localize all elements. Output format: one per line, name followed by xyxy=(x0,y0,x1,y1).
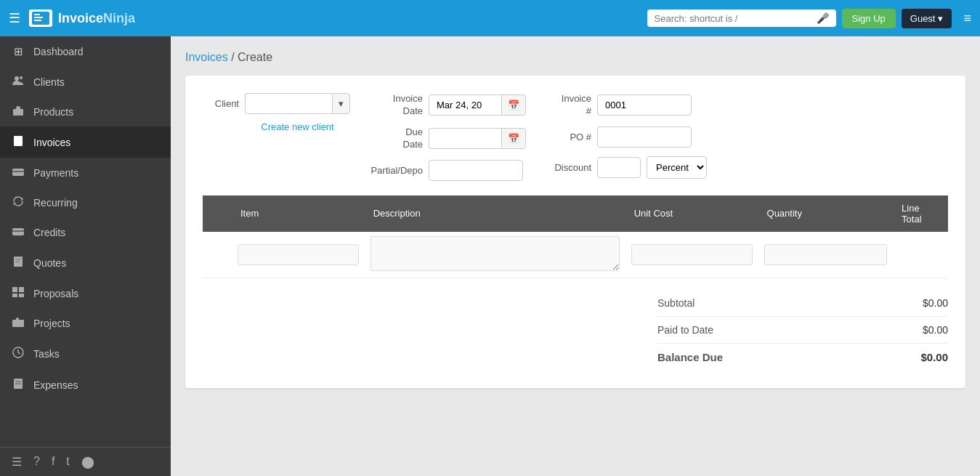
sidebar-label-tasks: Tasks xyxy=(33,348,60,360)
breadcrumb-current: Create xyxy=(238,51,272,63)
topnav-menu-icon[interactable]: ≡ xyxy=(963,11,971,26)
sidebar-label-expenses: Expenses xyxy=(33,379,78,391)
svg-rect-2 xyxy=(34,17,43,18)
paid-to-date-row: Paid to Date $0.00 xyxy=(657,317,948,344)
quotes-icon xyxy=(12,256,25,270)
client-section: Client ▾ Create new client xyxy=(203,93,350,132)
footer-facebook-icon[interactable]: f xyxy=(52,455,54,469)
credits-icon xyxy=(12,226,25,238)
sidebar-label-payments: Payments xyxy=(33,167,78,179)
row-line-total-cell xyxy=(893,232,948,278)
main-layout: ⊞ Dashboard Clients Products Invoices xyxy=(0,36,980,476)
logo-text-ninja: Ninja xyxy=(103,11,135,25)
search-input[interactable] xyxy=(655,13,817,24)
sidebar-item-clients[interactable]: Clients xyxy=(0,67,171,97)
col-line-total: Line Total xyxy=(893,195,948,232)
row-item-input[interactable] xyxy=(238,244,359,265)
svg-rect-15 xyxy=(14,233,17,234)
sidebar-label-proposals: Proposals xyxy=(33,288,78,299)
col-unit-cost: Unit Cost xyxy=(625,195,758,232)
footer-list-icon[interactable]: ☰ xyxy=(12,455,22,469)
paid-to-date-label: Paid to Date xyxy=(657,324,713,336)
logo-icon xyxy=(29,9,52,27)
sidebar-item-tasks[interactable]: Tasks xyxy=(0,338,171,369)
sidebar-item-expenses[interactable]: Expenses xyxy=(0,369,171,400)
discount-input-group: Percent Amount xyxy=(597,156,707,179)
invoice-label-line1: Invoice xyxy=(540,93,591,105)
due-date-label-line2: Date xyxy=(365,139,423,151)
balance-due-row: Balance Due $0.00 xyxy=(657,344,948,371)
invoice-number-label: Invoice # xyxy=(540,93,591,118)
create-new-client-link[interactable]: Create new client xyxy=(245,121,350,132)
invoice-number-input[interactable] xyxy=(597,94,692,116)
client-label: Client xyxy=(203,98,239,109)
svg-rect-3 xyxy=(34,20,41,21)
due-date-input-group: 📅 xyxy=(429,128,526,149)
footer-twitter-icon[interactable]: t xyxy=(66,455,69,469)
sidebar-item-products[interactable]: Products xyxy=(0,97,171,126)
row-description-cell xyxy=(365,232,625,278)
search-box[interactable]: 🎤 xyxy=(647,9,836,27)
due-date-label: Due Date xyxy=(365,126,423,151)
svg-rect-12 xyxy=(12,171,24,172)
sidebar-item-invoices[interactable]: Invoices xyxy=(0,126,171,158)
payments-icon xyxy=(12,166,25,179)
hamburger-menu-icon[interactable]: ☰ xyxy=(9,10,20,26)
svg-rect-19 xyxy=(12,287,17,292)
sidebar-item-quotes[interactable]: Quotes xyxy=(0,247,171,278)
sidebar-item-dashboard[interactable]: ⊞ Dashboard xyxy=(0,36,171,67)
sidebar-label-projects: Projects xyxy=(33,318,70,329)
sidebar-label-invoices: Invoices xyxy=(33,137,70,148)
due-date-calendar-button[interactable]: 📅 xyxy=(501,128,526,149)
totals-section: Subtotal $0.00 Paid to Date $0.00 Balanc… xyxy=(657,290,948,371)
sidebar-label-products: Products xyxy=(33,106,73,118)
mic-icon[interactable]: 🎤 xyxy=(817,12,829,24)
due-date-input[interactable] xyxy=(429,128,501,149)
breadcrumb-invoices-link[interactable]: Invoices xyxy=(185,51,228,63)
dashboard-icon: ⊞ xyxy=(12,45,25,58)
clients-icon xyxy=(12,76,25,88)
discount-row: Discount Percent Amount xyxy=(540,156,707,179)
invoice-date-calendar-button[interactable]: 📅 xyxy=(501,94,526,116)
svg-point-5 xyxy=(20,76,23,79)
discount-label: Discount xyxy=(540,162,591,173)
row-description-textarea[interactable] xyxy=(370,236,620,271)
sidebar-item-proposals[interactable]: Proposals xyxy=(0,278,171,308)
po-number-row: PO # xyxy=(540,126,707,148)
sidebar-label-recurring: Recurring xyxy=(33,197,78,209)
paid-to-date-value: $0.00 xyxy=(923,324,948,336)
sidebar-footer: ☰ ? f t ⬤ xyxy=(0,447,171,476)
line-items-header-row: Item Description Unit Cost Quantity Line… xyxy=(203,195,948,232)
right-fields-section: Invoice # PO # Discount xyxy=(540,93,707,179)
invoice-date-row: Invoice Date 📅 xyxy=(365,93,526,118)
invoice-date-input[interactable] xyxy=(429,94,501,116)
guest-button[interactable]: Guest ▾ xyxy=(902,9,952,28)
products-icon xyxy=(12,105,25,118)
discount-type-select[interactable]: Percent Amount xyxy=(647,156,707,179)
po-number-input[interactable] xyxy=(597,126,692,148)
discount-value-input[interactable] xyxy=(597,157,641,178)
svg-rect-23 xyxy=(12,320,24,327)
client-dropdown-button[interactable]: ▾ xyxy=(332,93,350,114)
sidebar: ⊞ Dashboard Clients Products Invoices xyxy=(0,36,171,476)
sidebar-item-credits[interactable]: Credits xyxy=(0,217,171,247)
sidebar-item-payments[interactable]: Payments xyxy=(0,158,171,187)
po-label: PO # xyxy=(540,132,591,142)
svg-rect-20 xyxy=(19,287,24,292)
row-unit-cost-input[interactable] xyxy=(631,244,753,265)
footer-help-icon[interactable]: ? xyxy=(33,455,40,469)
balance-due-label: Balance Due xyxy=(657,351,723,363)
footer-github-icon[interactable]: ⬤ xyxy=(81,455,94,469)
row-quantity-input[interactable] xyxy=(764,244,888,265)
row-quantity-cell xyxy=(758,232,894,278)
client-input-group: ▾ xyxy=(245,93,350,114)
sidebar-item-recurring[interactable]: Recurring xyxy=(0,187,171,217)
invoice-number-row: Invoice # xyxy=(540,93,707,118)
sidebar-item-projects[interactable]: Projects xyxy=(0,308,171,338)
partial-deposit-input[interactable] xyxy=(429,160,523,181)
col-drag xyxy=(203,195,232,232)
client-input[interactable] xyxy=(245,93,332,114)
col-quantity: Quantity xyxy=(758,195,894,232)
signup-button[interactable]: Sign Up xyxy=(842,9,896,28)
due-date-label-line1: Due xyxy=(365,126,423,139)
